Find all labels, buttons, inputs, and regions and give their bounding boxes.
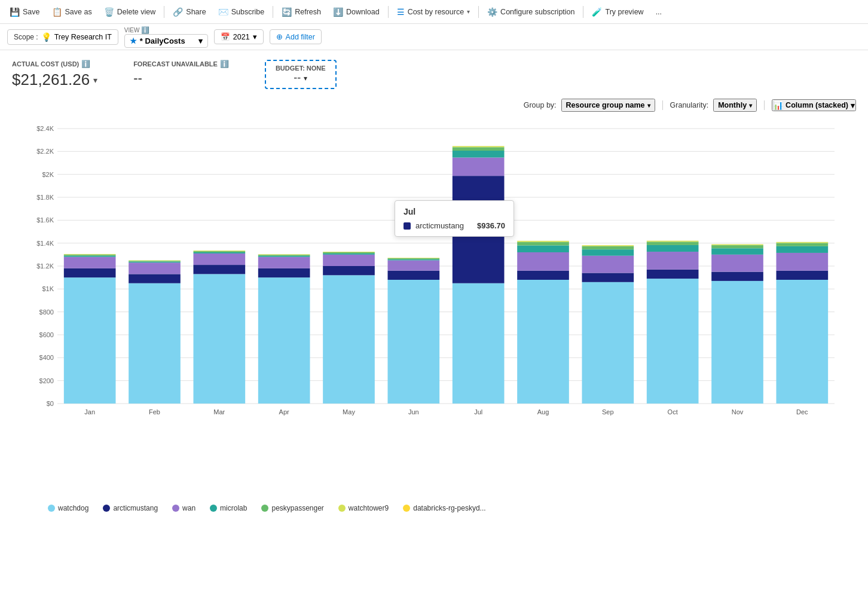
configure-icon: ⚙️ bbox=[487, 7, 497, 17]
svg-rect-87 bbox=[582, 245, 634, 246]
try-preview-icon: 🧪 bbox=[592, 7, 602, 17]
subscribe-button[interactable]: ✉️ Subscribe bbox=[213, 5, 270, 19]
svg-rect-27 bbox=[64, 268, 116, 277]
refresh-label: Refresh bbox=[295, 8, 321, 16]
legend-dot bbox=[403, 505, 410, 512]
save-icon: 💾 bbox=[10, 7, 20, 17]
svg-text:$400: $400 bbox=[39, 354, 54, 361]
svg-rect-71 bbox=[453, 151, 505, 158]
svg-rect-52 bbox=[258, 254, 310, 255]
svg-rect-73 bbox=[453, 146, 505, 147]
year-button[interactable]: 📅 2021 ▾ bbox=[214, 29, 264, 44]
save-as-button[interactable]: 📋 Save as bbox=[47, 5, 97, 19]
view-label: VIEW ℹ️ bbox=[124, 26, 208, 34]
chevron-down-icon: ▾ bbox=[647, 102, 650, 109]
svg-rect-55 bbox=[323, 266, 375, 275]
svg-text:Oct: Oct bbox=[668, 408, 678, 415]
svg-rect-79 bbox=[517, 242, 569, 246]
svg-rect-85 bbox=[582, 249, 634, 256]
svg-rect-69 bbox=[453, 176, 505, 283]
view-selector: VIEW ℹ️ ★ * DailyCosts ▾ bbox=[124, 26, 208, 48]
svg-rect-83 bbox=[582, 273, 634, 282]
share-label: Share bbox=[186, 8, 206, 16]
separator-1 bbox=[164, 6, 164, 18]
svg-rect-48 bbox=[258, 268, 310, 277]
svg-rect-58 bbox=[323, 252, 375, 253]
svg-text:$600: $600 bbox=[39, 331, 54, 338]
budget-title: BUDGET: NONE bbox=[276, 65, 326, 72]
svg-rect-66 bbox=[388, 258, 440, 258]
save-button[interactable]: 💾 Save bbox=[5, 5, 45, 19]
download-button[interactable]: ⬇️ Download bbox=[328, 5, 384, 19]
svg-rect-105 bbox=[777, 253, 829, 271]
configure-subscription-label: Configure subscription bbox=[500, 8, 574, 16]
legend-item: microlab bbox=[210, 504, 247, 512]
legend-label: databricks-rg-peskyd... bbox=[413, 504, 485, 512]
share-button[interactable]: 🔗 Share bbox=[168, 5, 210, 19]
svg-rect-33 bbox=[129, 283, 181, 404]
svg-rect-28 bbox=[64, 257, 116, 268]
scope-prefix-label: Scope : bbox=[14, 33, 38, 41]
svg-text:May: May bbox=[343, 408, 355, 415]
legend-label: wan bbox=[182, 504, 195, 512]
svg-rect-44 bbox=[194, 251, 246, 252]
legend-item: wan bbox=[172, 504, 195, 512]
svg-rect-70 bbox=[453, 157, 505, 176]
svg-text:$1.6K: $1.6K bbox=[36, 216, 54, 224]
info-icon: ℹ️ bbox=[220, 60, 229, 68]
scope-name-label: Trey Research IT bbox=[54, 33, 112, 41]
granularity-dropdown[interactable]: Monthly ▾ bbox=[713, 99, 757, 112]
scope-button[interactable]: Scope : 💡 Trey Research IT bbox=[7, 29, 118, 45]
separator-2 bbox=[273, 6, 273, 18]
calendar-icon: 📅 bbox=[221, 32, 230, 41]
chevron-down-icon: ▾ bbox=[253, 32, 257, 41]
svg-rect-40 bbox=[194, 274, 246, 404]
actual-cost-value[interactable]: $21,261.26 ▾ bbox=[12, 71, 97, 89]
svg-rect-89 bbox=[647, 279, 699, 404]
svg-rect-35 bbox=[129, 262, 181, 274]
svg-rect-64 bbox=[388, 259, 440, 261]
svg-rect-54 bbox=[323, 275, 375, 404]
delete-view-label: Delete view bbox=[117, 8, 156, 16]
svg-text:$800: $800 bbox=[39, 308, 54, 316]
actual-cost-label: ACTUAL COST (USD) ℹ️ bbox=[12, 60, 97, 68]
chart-type-button[interactable]: 📊 Column (stacked) ▾ bbox=[772, 99, 856, 111]
svg-text:$1.8K: $1.8K bbox=[36, 194, 54, 201]
svg-text:Nov: Nov bbox=[732, 408, 744, 415]
info-icon: ℹ️ bbox=[141, 26, 149, 34]
more-label: ... bbox=[656, 8, 662, 16]
svg-rect-41 bbox=[194, 265, 246, 274]
svg-rect-62 bbox=[388, 271, 440, 280]
svg-text:$2.2K: $2.2K bbox=[36, 148, 54, 155]
svg-rect-78 bbox=[517, 246, 569, 253]
forecast-value: -- bbox=[133, 71, 229, 86]
svg-text:$1.4K: $1.4K bbox=[36, 240, 54, 247]
separator-3 bbox=[388, 6, 389, 18]
budget-box[interactable]: BUDGET: NONE -- ▾ bbox=[265, 60, 337, 89]
forecast-label: FORECAST UNAVAILABLE ℹ️ bbox=[133, 60, 229, 68]
svg-rect-61 bbox=[388, 280, 440, 404]
legend-label: arcticmustang bbox=[113, 504, 158, 512]
try-preview-button[interactable]: 🧪 Try preview bbox=[587, 5, 648, 19]
svg-text:$1.2K: $1.2K bbox=[36, 262, 54, 270]
svg-rect-37 bbox=[129, 261, 181, 262]
delete-view-button[interactable]: 🗑️ Delete view bbox=[99, 5, 161, 19]
configure-subscription-button[interactable]: ⚙️ Configure subscription bbox=[482, 5, 579, 19]
cost-by-resource-label: Cost by resource bbox=[408, 8, 464, 16]
group-by-dropdown[interactable]: Resource group name ▾ bbox=[561, 99, 655, 112]
cost-by-resource-button[interactable]: ☰ Cost by resource ▾ bbox=[392, 5, 475, 19]
svg-rect-93 bbox=[647, 242, 699, 245]
svg-text:Aug: Aug bbox=[537, 408, 549, 415]
forecast-item: FORECAST UNAVAILABLE ℹ️ -- bbox=[133, 60, 229, 86]
more-button[interactable]: ... bbox=[651, 5, 667, 19]
view-dropdown-button[interactable]: ★ * DailyCosts ▾ bbox=[124, 34, 208, 48]
delete-icon: 🗑️ bbox=[104, 7, 114, 17]
save-as-icon: 📋 bbox=[52, 7, 62, 17]
svg-rect-106 bbox=[777, 246, 829, 253]
save-label: Save bbox=[23, 8, 40, 16]
svg-rect-77 bbox=[517, 252, 569, 271]
add-filter-button[interactable]: ⊕ Add filter bbox=[270, 29, 322, 44]
refresh-button[interactable]: 🔄 Refresh bbox=[277, 5, 326, 19]
svg-rect-30 bbox=[64, 255, 116, 256]
svg-rect-31 bbox=[64, 254, 116, 255]
